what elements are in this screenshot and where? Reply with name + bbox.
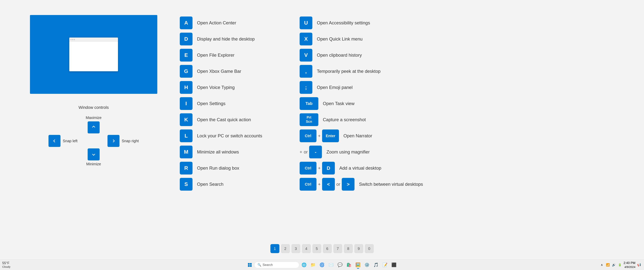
page-button-4[interactable]: 4: [302, 244, 311, 253]
shortcut-row: LLock your PC or switch accounts: [180, 128, 277, 144]
shortcut-desc: Zoom using magnifier: [326, 149, 370, 155]
tray-arrow[interactable]: ∧: [599, 262, 604, 267]
shortcut-row: VOpen clipboard history: [300, 47, 423, 63]
key-combo-operator: or: [304, 149, 308, 155]
taskbar-search[interactable]: 🔍 Search: [254, 261, 299, 268]
shortcut-row: +or-Zoom using magnifier: [300, 144, 423, 160]
tray-volume[interactable]: 🔊: [611, 262, 616, 267]
tray-battery[interactable]: 🔋: [617, 262, 622, 267]
key-combo-operator: +: [318, 133, 320, 139]
key-badge-_: ,: [300, 65, 312, 78]
notification-button[interactable]: 📢: [636, 262, 642, 267]
shortcuts-right-column: UOpen Accessibility settingsXOpen Quick …: [300, 15, 423, 192]
page-button-7[interactable]: 7: [333, 244, 342, 253]
shortcut-row: XOpen Quick Link menu: [300, 31, 423, 47]
key-badge-combo: Ctrl: [300, 178, 316, 191]
shortcut-row: AOpen Action Center: [180, 15, 277, 31]
taskbar-file-explorer[interactable]: 📁: [309, 261, 317, 269]
shortcuts-left-column: AOpen Action CenterDDisplay and hide the…: [180, 15, 277, 192]
clock-time: 2:40 PM: [624, 261, 636, 265]
page-button-1[interactable]: 1: [270, 244, 280, 253]
shortcut-desc: Open Xbox Game Bar: [197, 69, 241, 74]
svg-rect-1: [250, 263, 252, 265]
maximize-label: Maximize: [86, 115, 102, 120]
maximize-button[interactable]: [88, 121, 100, 133]
svg-rect-3: [250, 265, 252, 267]
taskbar-spotify[interactable]: 🎵: [372, 261, 380, 269]
key-combo-operator: +: [318, 166, 320, 171]
shortcut-desc: Open the Cast quick action: [197, 117, 251, 122]
start-button[interactable]: [246, 261, 254, 269]
key-badge-r: R: [180, 162, 192, 175]
shortcut-desc: Open File Explorer: [197, 53, 234, 58]
key-badge-l: L: [180, 129, 192, 142]
key-badge-u: U: [300, 17, 312, 29]
weather-info: 55°F Cloudy: [2, 261, 10, 268]
key-badge-g: G: [180, 65, 192, 78]
page-button-5[interactable]: 5: [312, 244, 321, 253]
shortcut-desc: Open Action Center: [197, 20, 236, 26]
key-badge-tab: Tab: [300, 97, 318, 110]
snap-left-button[interactable]: [48, 135, 60, 147]
key-badge-combo: D: [322, 162, 335, 175]
key-badge-m: M: [180, 146, 192, 158]
controls-layout: Maximize Snap left: [48, 115, 139, 166]
taskbar-teams[interactable]: 💬: [336, 261, 344, 269]
titlebar-dot: [70, 39, 72, 40]
taskbar-widgets[interactable]: 🌐: [300, 261, 308, 269]
key-badge-v: V: [300, 49, 312, 62]
taskbar-store[interactable]: 🛍️: [345, 261, 353, 269]
shortcut-desc: Open Search: [197, 182, 224, 187]
page-button-8[interactable]: 8: [344, 244, 353, 253]
taskbar-edge[interactable]: 🌀: [318, 261, 326, 269]
key-badge-x: X: [300, 33, 312, 45]
shortcut-desc: Open Run dialog box: [197, 166, 239, 171]
shortcut-row: IOpen Settings: [180, 96, 277, 111]
taskbar-vscode[interactable]: 📝: [381, 261, 389, 269]
window-titlebar: [69, 38, 118, 42]
window-controls-title: Window controls: [78, 105, 108, 110]
system-clock[interactable]: 2:40 PM 4/9/2024: [624, 261, 636, 269]
titlebar-dot: [72, 39, 73, 40]
shortcut-desc: Open Quick Link menu: [317, 36, 362, 42]
taskbar-settings[interactable]: ⚙️: [363, 261, 371, 269]
snap-right-button[interactable]: [108, 135, 120, 147]
snap-left-item: Snap left: [48, 135, 78, 147]
key-badge-i: I: [180, 97, 192, 110]
taskbar-photos[interactable]: 🖼️: [354, 261, 362, 269]
key-combo: Ctrl+<or>: [300, 178, 354, 191]
page-button-0[interactable]: 0: [365, 244, 374, 253]
shortcut-desc: Open Task view: [323, 101, 354, 106]
minimize-row: Minimize: [86, 149, 101, 166]
tray-network[interactable]: 📶: [605, 262, 610, 267]
key-badge-d: D: [180, 33, 192, 45]
page-button-6[interactable]: 6: [323, 244, 332, 253]
shortcut-desc: Minimize all windows: [197, 149, 239, 155]
key-badge-_: ;: [300, 81, 312, 94]
page-button-9[interactable]: 9: [354, 244, 363, 253]
desktop-preview: [30, 15, 157, 94]
key-badge-e: E: [180, 49, 192, 62]
key-badge-combo: Ctrl: [300, 162, 316, 175]
taskbar-terminal[interactable]: ⬛: [390, 261, 398, 269]
minimize-button[interactable]: [88, 149, 100, 161]
shortcut-desc: Open clipboard history: [317, 53, 362, 58]
shortcut-desc: Open Accessibility settings: [317, 20, 370, 26]
shortcut-row: ROpen Run dialog box: [180, 160, 277, 176]
shortcut-row: MMinimize all windows: [180, 144, 277, 160]
key-combo-operator: +: [318, 182, 320, 187]
key-combo: Ctrl+D: [300, 162, 335, 175]
shortcut-row: PrtScnCapture a screenshot: [300, 112, 423, 127]
page-button-2[interactable]: 2: [281, 244, 290, 253]
snap-right-item: Snap right: [108, 135, 139, 147]
taskbar-mail[interactable]: ✉️: [327, 261, 335, 269]
shortcut-desc: Open Narrator: [344, 133, 372, 139]
shortcut-row: SOpen Search: [180, 176, 277, 192]
page-button-3[interactable]: 3: [292, 244, 300, 253]
main-content: Window controls Maximize Snap left: [0, 0, 644, 207]
svg-rect-2: [248, 265, 250, 267]
titlebar-dot: [74, 39, 75, 40]
key-badge-k: K: [180, 113, 192, 126]
taskbar-right: ∧ 📶 🔊 🔋 2:40 PM 4/9/2024 📢: [599, 261, 642, 269]
window-mockup: [69, 38, 118, 71]
